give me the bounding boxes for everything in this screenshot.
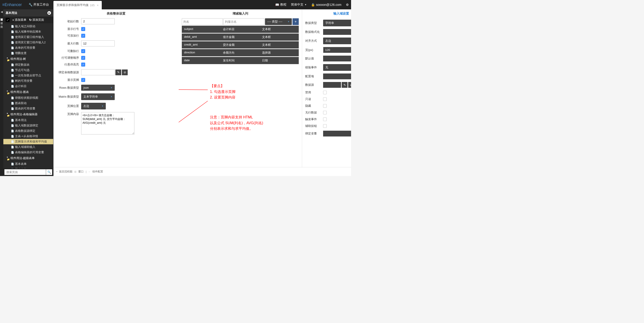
- workbench-link[interactable]: 🔧 开发工作台: [28, 3, 49, 7]
- file-icon: 📄: [11, 46, 14, 49]
- settings-icon[interactable]: ⚙: [346, 3, 349, 6]
- tree-item[interactable]: 📄 基本表单: [3, 161, 53, 167]
- tree-item[interactable]: 📄 使用其它窗口组件输入2: [3, 40, 53, 45]
- add-page-button[interactable]: ↻ 添加页面: [29, 18, 44, 22]
- active-tab[interactable]: 页脚显示求和值和平均值 185 ×: [54, 1, 102, 9]
- user-menu[interactable]: 🔒 soooon@126.com: [311, 3, 342, 6]
- hidden-checkbox[interactable]: [323, 104, 327, 108]
- validate-select[interactable]: 无▼: [323, 64, 351, 71]
- column-row[interactable]: date发生时间日期: [182, 57, 299, 64]
- tree-item[interactable]: 📄 表格数据源绑定: [3, 128, 53, 134]
- footer-pos-select[interactable]: 左边▼: [81, 103, 106, 109]
- tree-item[interactable]: 📄 输入域之间联动: [3, 24, 53, 29]
- close-icon[interactable]: ×: [97, 3, 98, 7]
- back-link[interactable]: ← 返回流程图: [56, 170, 72, 174]
- col-disp-input[interactable]: [224, 18, 264, 25]
- rows-type-select[interactable]: json▼: [81, 85, 115, 91]
- format-input[interactable]: [323, 29, 351, 35]
- crumb-config[interactable]: 组件配置: [92, 170, 103, 174]
- tree-item[interactable]: 📄 输入域辅助输入: [3, 144, 53, 150]
- breadcrumb: ← 返回流程图 ⊞ 窗口 ▯ → 组件配置 💾保存: [54, 167, 351, 176]
- sidebar-title: 基本用法: [6, 11, 17, 15]
- col-name-input[interactable]: [182, 18, 223, 25]
- file-icon: 📄: [11, 102, 14, 105]
- folder-icon: ▸📁: [7, 156, 10, 161]
- expand-icon[interactable]: ⤢: [6, 18, 10, 22]
- tree-folder[interactable]: ▸📁 组件用法-超级表单: [3, 155, 53, 161]
- play-icon[interactable]: ▶: [48, 11, 51, 15]
- ds-input[interactable]: [323, 82, 341, 88]
- clear-ds-icon[interactable]: ⊘: [348, 82, 351, 88]
- folder-icon: ▸📁: [7, 112, 10, 117]
- tree-item[interactable]: 📄 图表的可用变量: [3, 106, 53, 111]
- readonly-checkbox[interactable]: [323, 97, 327, 101]
- tree-item[interactable]: 📄 一次性加载全部节点: [3, 73, 53, 78]
- file-icon: 📄: [11, 107, 14, 110]
- column-row[interactable]: credit_amt贷方金额文本框: [182, 41, 299, 48]
- tree-item[interactable]: 📄 会计科目: [3, 83, 53, 89]
- search-input[interactable]: [4, 169, 46, 175]
- addable-checkbox[interactable]: ✓: [81, 34, 85, 38]
- matrix-type-select[interactable]: 文本字符串▼: [81, 93, 115, 100]
- tree-item[interactable]: 📄 表格编辑器的可用变量: [3, 150, 53, 155]
- hover-checkbox[interactable]: ✓: [81, 62, 85, 66]
- tree-item[interactable]: 📄 输入域数据源绑定: [3, 123, 53, 128]
- tree-item[interactable]: 📄 节点可勾选: [3, 67, 53, 73]
- show-rownum-checkbox[interactable]: ✓: [81, 27, 85, 31]
- max-rows-input[interactable]: [81, 40, 115, 46]
- column-row[interactable]: subject会计科目文本框: [182, 26, 299, 33]
- file-icon: 📄: [11, 36, 14, 39]
- tree-item[interactable]: 📄 增删改查: [3, 50, 53, 56]
- default-input[interactable]: [323, 56, 351, 61]
- config-input[interactable]: [323, 73, 351, 79]
- tree-folder[interactable]: ▸📁 组件用法-表格编辑器: [3, 111, 53, 117]
- file-icon: 📄: [11, 135, 14, 138]
- tree-folder[interactable]: ▸📁 组件用法-树: [3, 56, 53, 62]
- tree-item[interactable]: 📄 绑定数据表: [3, 62, 53, 67]
- tutorial-link[interactable]: 📖 教程: [275, 3, 286, 7]
- file-icon: 📄: [11, 119, 14, 122]
- search-icon[interactable]: 🔍: [46, 169, 52, 175]
- tree-folder[interactable]: ▸📁 组件用法-图表: [3, 89, 53, 95]
- show-footer-checkbox[interactable]: ✓: [81, 78, 85, 82]
- disabled-checkbox[interactable]: [323, 91, 327, 94]
- footer-content-textarea[interactable]: <b>合计</b> 借方总金额：SUM(debit_amt) 元, 贷方平均金额…: [81, 112, 134, 134]
- file-icon: 📄: [11, 85, 14, 88]
- page-tree: 📄 输入域之间联动📄 输入域事件响应脚本📄 使用其它窗口组件输入📄 使用其它窗口…: [3, 23, 53, 168]
- refresh-ds-icon[interactable]: ⊘: [122, 69, 128, 75]
- tree-item[interactable]: 📄 页脚显示求和值和平均值: [3, 139, 53, 144]
- tree-item[interactable]: 📄 图表联动: [3, 100, 53, 106]
- aux-checkbox[interactable]: [323, 124, 327, 128]
- norow-checkbox[interactable]: [323, 111, 327, 114]
- initial-rows-input[interactable]: [81, 18, 115, 24]
- reorder-checkbox[interactable]: ✓: [81, 56, 85, 60]
- collapse-icon[interactable]: ◀: [1, 10, 3, 13]
- tree-item[interactable]: 📄 饼图柱状图折线图: [3, 95, 53, 100]
- tree-item[interactable]: 📄 基本表单(copy): [3, 167, 53, 168]
- bindvar-input[interactable]: [323, 131, 351, 136]
- deletable-checkbox[interactable]: ✓: [81, 49, 85, 53]
- tree-item[interactable]: 📄 输入域事件响应脚本: [3, 29, 53, 34]
- align-select[interactable]: 左边▼: [323, 37, 351, 44]
- bind-ds-input[interactable]: [81, 69, 115, 75]
- column-row[interactable]: debit_amt借方金额文本框: [182, 33, 299, 41]
- edit-ds-icon[interactable]: ✎: [342, 82, 348, 88]
- annotation-heading: 【要点】: [210, 83, 236, 89]
- lang-select[interactable]: 简体中文 ▼: [291, 3, 306, 7]
- column-row[interactable]: direction余额方向选择器: [182, 49, 299, 56]
- col-type-select[interactable]: ---- 类型 ----▼: [265, 18, 292, 25]
- crumb-window[interactable]: 窗口: [78, 170, 84, 174]
- edit-ds-icon[interactable]: ✎: [116, 69, 121, 75]
- trigger-checkbox[interactable]: [323, 117, 327, 121]
- data-type-select[interactable]: 字符串▼: [323, 20, 351, 26]
- add-column-button[interactable]: +: [292, 18, 299, 25]
- tree-item[interactable]: 📄 主表->从表格详情: [3, 134, 53, 139]
- lock-icon: 🔒: [311, 3, 315, 6]
- folder-icon: ▸📁: [7, 90, 10, 94]
- tree-item[interactable]: 📄 树的可用变量: [3, 78, 53, 83]
- width-input[interactable]: [323, 47, 351, 53]
- tree-item[interactable]: 📄 表单的可用变量: [3, 45, 53, 50]
- tree-item[interactable]: 📄 基本用法: [3, 117, 53, 123]
- tree-item[interactable]: 📄 使用其它窗口组件输入: [3, 34, 53, 40]
- add-menu-button[interactable]: + 添加菜单: [12, 18, 26, 22]
